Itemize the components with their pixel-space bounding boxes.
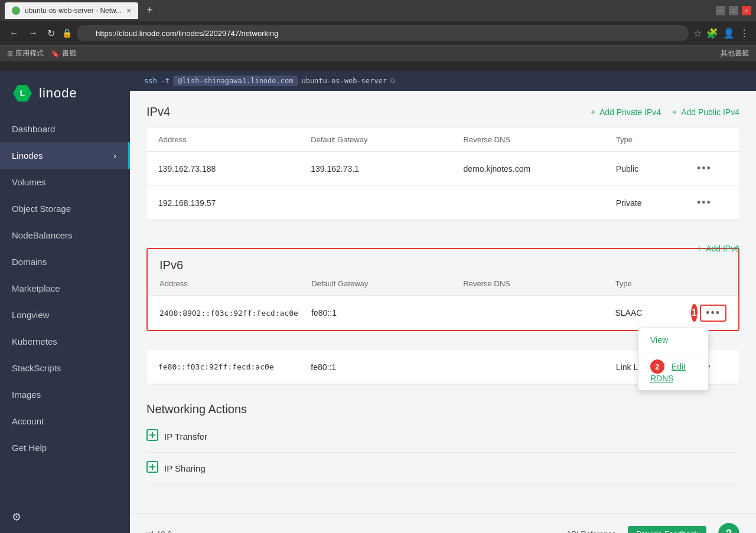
bookmark-other[interactable]: 其他書籤 bbox=[721, 48, 749, 58]
api-reference-link[interactable]: API Reference bbox=[566, 529, 617, 534]
ipv4-row1-gateway: 139.162.73.1 bbox=[311, 164, 463, 174]
images-label: Images bbox=[12, 390, 41, 400]
table-row: 192.168.139.57 Private ••• bbox=[146, 186, 739, 220]
step-2-badge: 2 bbox=[650, 359, 664, 374]
ipv4-actions: ＋ Add Private IPv4 ＋ Add Public IPv4 bbox=[589, 107, 739, 117]
ipv4-row1-menu-button[interactable]: ••• bbox=[692, 160, 716, 177]
sidebar-item-nodebalancers[interactable]: NodeBalancers bbox=[0, 222, 130, 248]
edit-rdns-label: 2 bbox=[650, 362, 672, 371]
add-ipv6-container: ＋ Add IPv6 bbox=[695, 243, 739, 254]
sidebar-item-longview[interactable]: Longview bbox=[0, 302, 130, 328]
view-menu-item[interactable]: View bbox=[638, 328, 708, 352]
sidebar-bottom: ⚙ bbox=[0, 501, 130, 533]
marketplace-label: Marketplace bbox=[12, 283, 60, 293]
main-content: ssh -t @lish-shinagawa1.linode.com ubunt… bbox=[130, 71, 756, 533]
account-label: Account bbox=[12, 416, 44, 426]
star-icon[interactable]: ☆ bbox=[693, 28, 702, 39]
ipv6-col-address: Address bbox=[159, 279, 311, 288]
ipv4-col-address: Address bbox=[158, 135, 311, 144]
ssh-command: ssh -t bbox=[144, 77, 170, 85]
context-menu: View 2 Edit RDNS bbox=[638, 328, 709, 391]
address-input[interactable] bbox=[77, 25, 689, 41]
add-public-ipv4-button[interactable]: ＋ Add Public IPv4 bbox=[670, 107, 739, 117]
refresh-button[interactable]: ↻ bbox=[45, 28, 57, 39]
sidebar-item-dashboard[interactable]: Dashboard bbox=[0, 116, 130, 142]
forward-button[interactable]: → bbox=[26, 28, 40, 38]
ipv6-highlight-box: IPv6 Address Default Gateway Reverse DNS… bbox=[146, 248, 739, 331]
ssh-server: ubuntu-os-web-server bbox=[301, 77, 387, 85]
extensions-icon[interactable]: 🧩 bbox=[706, 28, 718, 39]
sidebar-item-marketplace[interactable]: Marketplace bbox=[0, 275, 130, 302]
ipv6-row1-gateway: fe80::1 bbox=[311, 308, 463, 318]
version-text: v1.19.0 bbox=[146, 529, 172, 534]
grid-icon: ⊞ bbox=[7, 50, 13, 58]
sidebar-item-kubernetes[interactable]: Kubernetes bbox=[0, 328, 130, 355]
sidebar-item-images[interactable]: Images bbox=[0, 381, 130, 408]
copy-icon[interactable]: ⧉ bbox=[390, 77, 396, 85]
bookmark-icon: 🔖 bbox=[51, 50, 60, 58]
ipv4-table-header: Address Default Gateway Reverse DNS Type bbox=[146, 128, 739, 152]
content-area: IPv4 ＋ Add Private IPv4 ＋ Add Public IPv… bbox=[130, 91, 756, 513]
ipv6-row1-address: 2400:8902::f03c:92ff:fecd:ac0e bbox=[159, 309, 311, 318]
ip-sharing-plus-icon bbox=[146, 461, 158, 476]
ip-sharing-label: IP Sharing bbox=[164, 463, 206, 473]
new-tab-button[interactable]: + bbox=[142, 4, 158, 17]
edit-rdns-menu-item[interactable]: 2 Edit RDNS bbox=[638, 352, 708, 390]
sidebar-item-linodes[interactable]: Linodes › bbox=[0, 142, 130, 169]
sidebar: L linode Dashboard Linodes › Volumes Obj… bbox=[0, 71, 130, 533]
menu-icon[interactable]: ⋮ bbox=[739, 28, 749, 39]
add-private-ipv4-button[interactable]: ＋ Add Private IPv4 bbox=[589, 107, 661, 117]
lock-icon: 🔒 bbox=[62, 28, 72, 38]
ipv6-row2-address: fe80::f03c:92ff:fecd:ac0e bbox=[158, 362, 311, 371]
maximize-button[interactable]: □ bbox=[729, 6, 738, 15]
close-window-button[interactable]: × bbox=[742, 6, 751, 15]
step-1-badge: 1 bbox=[691, 304, 698, 322]
user-icon[interactable]: 👤 bbox=[723, 28, 735, 39]
ipv6-table-header: Address Default Gateway Reverse DNS Type bbox=[148, 272, 738, 296]
back-button[interactable]: ← bbox=[7, 28, 21, 38]
table-row: 2400:8902::f03c:92ff:fecd:ac0e fe80::1 S… bbox=[148, 296, 738, 330]
bookmark-apps[interactable]: ⊞ 应用程式 bbox=[7, 48, 44, 58]
settings-icon[interactable]: ⚙ bbox=[12, 511, 21, 523]
bookmark-bookmarks-label: 書籤 bbox=[62, 48, 76, 58]
ip-sharing-item[interactable]: IP Sharing bbox=[146, 453, 739, 485]
svg-text:L: L bbox=[20, 89, 25, 98]
minimize-button[interactable]: ─ bbox=[716, 6, 725, 15]
linode-logo-icon: L bbox=[12, 83, 33, 104]
ipv4-col-type: Type bbox=[616, 135, 692, 144]
longview-label: Longview bbox=[12, 310, 49, 320]
ssh-bar: ssh -t @lish-shinagawa1.linode.com ubunt… bbox=[130, 71, 756, 91]
sidebar-item-get-help[interactable]: Get Help bbox=[0, 434, 130, 461]
logo-text: linode bbox=[39, 86, 77, 101]
table-row: 139.162.73.188 139.162.73.1 demo.kjnotes… bbox=[146, 152, 739, 186]
help-button[interactable]: ? bbox=[718, 523, 739, 533]
ipv4-row1-rdns: demo.kjnotes.com bbox=[464, 164, 616, 174]
sidebar-item-object-storage[interactable]: Object Storage bbox=[0, 195, 130, 222]
ipv6-row1-menu-button[interactable]: ••• bbox=[700, 305, 726, 322]
ipv6-row1-actions: 1 ••• View 2 Edit RDNS bbox=[691, 304, 726, 322]
sidebar-item-account[interactable]: Account bbox=[0, 408, 130, 434]
ipv6-col-rdns: Reverse DNS bbox=[463, 279, 615, 288]
add-ipv6-button[interactable]: ＋ Add IPv6 bbox=[695, 243, 739, 254]
sidebar-item-domains[interactable]: Domains bbox=[0, 248, 130, 275]
bookmark-bookmarks[interactable]: 🔖 書籤 bbox=[51, 48, 76, 58]
ipv4-row2-menu-button[interactable]: ••• bbox=[692, 194, 716, 211]
volumes-label: Volumes bbox=[12, 177, 46, 187]
networking-actions-section: Networking Actions IP Transfer bbox=[146, 403, 739, 485]
sidebar-item-stackscripts[interactable]: StackScripts bbox=[0, 355, 130, 381]
ipv6-col-type: Type bbox=[615, 279, 691, 288]
kubernetes-label: Kubernetes bbox=[12, 336, 57, 346]
ip-transfer-item[interactable]: IP Transfer bbox=[146, 421, 739, 453]
domains-label: Domains bbox=[12, 257, 47, 267]
linodes-label: Linodes bbox=[12, 151, 43, 161]
ipv6-col-gateway: Default Gateway bbox=[311, 279, 463, 288]
provide-feedback-button[interactable]: Provide Feedback bbox=[628, 526, 706, 534]
sidebar-nav: Dashboard Linodes › Volumes Object Stora… bbox=[0, 116, 130, 501]
ipv6-col-actions bbox=[691, 279, 726, 288]
sidebar-item-volumes[interactable]: Volumes bbox=[0, 169, 130, 195]
ipv4-row1-address: 139.162.73.188 bbox=[158, 164, 311, 174]
ipv4-row2-address: 192.168.139.57 bbox=[158, 198, 311, 208]
ipv6-inner-header: IPv6 bbox=[148, 249, 738, 272]
tab-close-btn[interactable]: × bbox=[126, 6, 131, 15]
ipv4-row2-actions: ••• bbox=[692, 194, 728, 211]
